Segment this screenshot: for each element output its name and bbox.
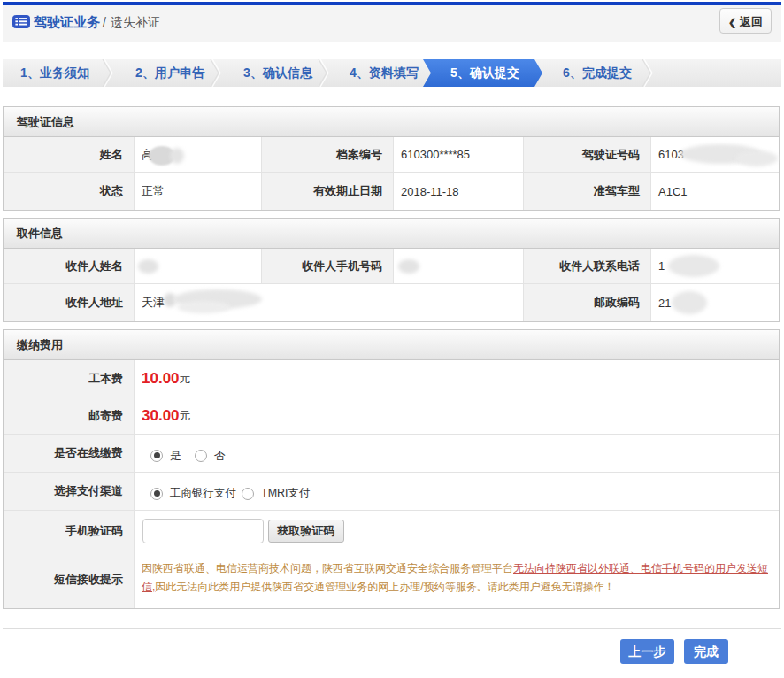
svg-text:6、完成提交: 6、完成提交	[563, 65, 632, 80]
svg-text:2、用户申告: 2、用户申告	[135, 65, 205, 80]
svg-text:4、资料填写: 4、资料填写	[350, 65, 419, 80]
svg-text:5、确认提交: 5、确认提交	[450, 65, 519, 80]
svg-text:1、业务须知: 1、业务须知	[20, 65, 89, 80]
svg-text:3、确认信息: 3、确认信息	[243, 65, 313, 80]
